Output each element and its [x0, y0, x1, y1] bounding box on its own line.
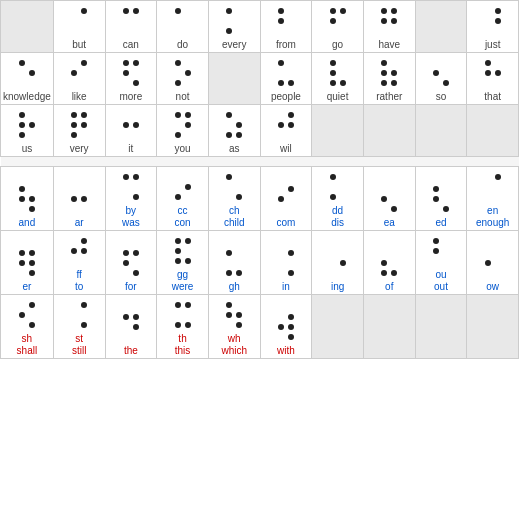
- empty-dot: [380, 27, 386, 33]
- dots-grid: [18, 301, 36, 331]
- filled-dot: [185, 258, 191, 264]
- filled-dot: [443, 206, 449, 212]
- filled-dot: [381, 18, 387, 24]
- empty-dot: [28, 111, 34, 117]
- filled-dot: [381, 270, 387, 276]
- filled-dot: [185, 70, 191, 76]
- dots-grid: [484, 249, 502, 279]
- filled-dot: [495, 8, 501, 14]
- dots-grid: [277, 7, 295, 37]
- empty-dot: [287, 205, 293, 211]
- filled-dot: [29, 270, 35, 276]
- filled-dot: [381, 260, 387, 266]
- braille-cell: ff to: [53, 231, 105, 295]
- empty-dot: [132, 259, 138, 265]
- empty-dot: [70, 59, 76, 65]
- filled-dot: [185, 238, 191, 244]
- cell-inner: can: [108, 3, 155, 51]
- empty-dot: [277, 205, 283, 211]
- empty-dot: [184, 311, 190, 317]
- braille-cell: ea: [363, 167, 415, 231]
- empty-dot: [494, 79, 500, 85]
- dots-grid: [70, 111, 88, 141]
- dots-grid: [329, 7, 347, 37]
- empty-dot: [484, 7, 490, 13]
- cell-inner: ff to: [56, 233, 103, 293]
- dots-grid: [122, 313, 140, 343]
- filled-dot: [71, 70, 77, 76]
- dots-grid: [432, 59, 450, 89]
- filled-dot: [133, 194, 139, 200]
- braille-cell: en enough: [467, 167, 519, 231]
- empty-dot: [494, 193, 500, 199]
- empty-dot: [132, 333, 138, 339]
- cell-label: you: [174, 143, 190, 155]
- cell-inner: th this: [159, 297, 206, 357]
- empty-dot: [442, 257, 448, 263]
- filled-dot: [29, 322, 35, 328]
- empty-dot: [339, 249, 345, 255]
- dots-grid: [277, 249, 295, 279]
- empty-dot: [494, 269, 500, 275]
- empty-dot: [184, 173, 190, 179]
- braille-cell: of: [363, 231, 415, 295]
- filled-dot: [71, 112, 77, 118]
- cell-label: ow: [486, 281, 499, 293]
- filled-dot: [226, 28, 232, 34]
- filled-dot: [133, 250, 139, 256]
- braille-row: usveryityouaswil: [1, 105, 519, 157]
- empty-dot: [80, 79, 86, 85]
- empty-dot: [122, 193, 128, 199]
- filled-dot: [123, 70, 129, 76]
- braille-cell: ing: [312, 231, 364, 295]
- cell-inner: you: [159, 107, 206, 155]
- empty-dot: [339, 59, 345, 65]
- braille-row: andarby wascc conch childcomdd diseaeden…: [1, 167, 519, 231]
- empty-dot: [277, 249, 283, 255]
- empty-dot: [184, 131, 190, 137]
- empty-dot: [484, 17, 490, 23]
- filled-dot: [71, 248, 77, 254]
- cell-inner: but: [56, 3, 103, 51]
- filled-dot: [433, 248, 439, 254]
- empty-dot: [28, 311, 34, 317]
- filled-dot: [288, 80, 294, 86]
- empty-dot: [235, 249, 241, 255]
- braille-cell: ou out: [415, 231, 467, 295]
- cell-label: dd dis: [331, 205, 344, 229]
- filled-dot: [330, 70, 336, 76]
- empty-dot: [277, 259, 283, 265]
- filled-dot: [278, 324, 284, 330]
- empty-dot: [122, 79, 128, 85]
- cell-inner: as: [211, 107, 258, 155]
- empty-dot: [287, 17, 293, 23]
- filled-dot: [226, 132, 232, 138]
- dots-grid: [277, 185, 295, 215]
- empty-dot: [277, 131, 283, 137]
- braille-cell: [415, 105, 467, 157]
- empty-dot: [484, 249, 490, 255]
- filled-dot: [19, 312, 25, 318]
- empty-dot: [80, 69, 86, 75]
- empty-dot: [484, 193, 490, 199]
- filled-dot: [19, 260, 25, 266]
- braille-chart: butcandoeveryfromgohavejustknowledgelike…: [0, 0, 519, 359]
- empty-dot: [132, 183, 138, 189]
- cell-label: us: [22, 143, 33, 155]
- dots-grid: [174, 7, 192, 37]
- filled-dot: [433, 186, 439, 192]
- section-gap: [1, 157, 519, 167]
- empty-dot: [277, 69, 283, 75]
- cell-label: knowledge: [3, 91, 51, 103]
- filled-dot: [391, 80, 397, 86]
- empty-dot: [390, 59, 396, 65]
- braille-cell: have: [363, 1, 415, 53]
- empty-dot: [484, 173, 490, 179]
- braille-cell: us: [1, 105, 54, 157]
- cell-inner: by was: [108, 169, 155, 229]
- braille-cell: you: [157, 105, 209, 157]
- cell-label: wil: [280, 143, 292, 155]
- filled-dot: [236, 122, 242, 128]
- filled-dot: [391, 270, 397, 276]
- cell-inner: quiet: [314, 55, 361, 103]
